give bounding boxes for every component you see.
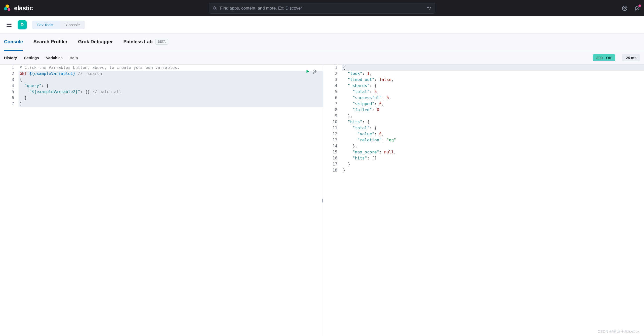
- fold-toggle-icon[interactable]: ▴: [335, 168, 337, 174]
- toolbar-variables[interactable]: Variables: [46, 56, 63, 60]
- global-header: elastic Find apps, content, and more. Ex…: [0, 0, 644, 16]
- fold-toggle-icon[interactable]: ▴: [335, 113, 337, 119]
- tab-grok-debugger[interactable]: Grok Debugger: [78, 33, 113, 51]
- fold-toggle-icon[interactable]: ▴: [335, 162, 337, 168]
- toolbar-history[interactable]: History: [4, 56, 17, 60]
- notification-dot-icon: [638, 5, 641, 7]
- breadcrumb-bar: D Dev Tools Console: [0, 16, 644, 33]
- svg-line-1: [215, 9, 217, 10]
- search-icon: [213, 6, 217, 11]
- fold-toggle-icon[interactable]: ▴: [12, 95, 14, 101]
- tab-label: Grok Debugger: [78, 39, 113, 45]
- code-area[interactable]: { "took": 1, "timed_out": false, "_shard…: [342, 65, 644, 173]
- fold-toggle-icon[interactable]: ▾: [335, 65, 337, 71]
- breadcrumb-devtools[interactable]: Dev Tools: [32, 21, 58, 29]
- fold-toggle-icon[interactable]: ▾: [12, 77, 14, 83]
- line-gutter: 1▾234▾56789▴10▾11▾121314▴151617▴18▴: [323, 65, 342, 173]
- nav-toggle-button[interactable]: [5, 21, 13, 28]
- fold-toggle-icon[interactable]: ▴: [12, 101, 14, 107]
- svg-point-0: [213, 7, 216, 9]
- beta-badge: BETA: [155, 39, 168, 45]
- newsfeed-icon[interactable]: [634, 6, 640, 11]
- elastic-logo-icon: [4, 5, 12, 12]
- svg-point-2: [622, 6, 627, 10]
- devtools-tabs: ConsoleSearch ProfilerGrok DebuggerPainl…: [0, 33, 644, 51]
- line-gutter: 123▾4▾56▴7▴: [0, 65, 19, 107]
- toolbar-help[interactable]: Help: [70, 56, 78, 60]
- split-handle[interactable]: ||: [322, 198, 322, 203]
- search-placeholder: Find apps, content, and more. Ex: Discov…: [220, 6, 427, 11]
- request-pane[interactable]: 123▾4▾56▴7▴# Click the Variables button,…: [0, 65, 323, 336]
- tab-search-profiler[interactable]: Search Profiler: [33, 33, 67, 51]
- tab-console[interactable]: Console: [4, 33, 23, 51]
- help-icon[interactable]: [622, 6, 627, 11]
- fold-toggle-icon[interactable]: ▾: [12, 83, 14, 89]
- tab-label: Console: [4, 39, 23, 45]
- search-shortcut: ^/: [427, 6, 431, 11]
- response-pane[interactable]: 1▾234▾56789▴10▾11▾121314▴151617▴18▴{ "to…: [323, 65, 644, 336]
- breadcrumbs: Dev Tools Console: [32, 21, 85, 29]
- brand-text: elastic: [14, 5, 33, 12]
- space-selector[interactable]: D: [18, 20, 27, 29]
- brand[interactable]: elastic: [4, 5, 33, 12]
- fold-toggle-icon[interactable]: ▾: [335, 83, 337, 89]
- code-area[interactable]: # Click the Variables button, above, to …: [19, 65, 323, 107]
- fold-toggle-icon[interactable]: ▴: [335, 144, 337, 150]
- editor-split: 123▾4▾56▴7▴# Click the Variables button,…: [0, 65, 644, 336]
- request-actions: [305, 69, 317, 74]
- header-actions: [622, 6, 640, 11]
- global-search[interactable]: Find apps, content, and more. Ex: Discov…: [209, 3, 435, 14]
- fold-toggle-icon[interactable]: ▾: [335, 119, 337, 125]
- toolbar-settings[interactable]: Settings: [24, 56, 39, 60]
- tab-painless-lab[interactable]: Painless LabBETA: [123, 33, 168, 51]
- tab-label: Search Profiler: [33, 39, 67, 45]
- tab-label: Painless Lab: [123, 39, 152, 45]
- svg-point-3: [624, 7, 625, 9]
- console-toolbar: HistorySettingsVariablesHelp 200 - OK 25…: [0, 51, 644, 65]
- response-time-badge: 25 ms: [622, 54, 640, 61]
- breadcrumb-console[interactable]: Console: [58, 21, 85, 29]
- run-request-button[interactable]: [305, 69, 310, 74]
- request-options-button[interactable]: [312, 69, 317, 74]
- response-status-badge: 200 - OK: [593, 54, 615, 61]
- fold-toggle-icon[interactable]: ▾: [335, 125, 337, 132]
- watermark: CSDN @蓝盒子itbluebox: [597, 329, 639, 334]
